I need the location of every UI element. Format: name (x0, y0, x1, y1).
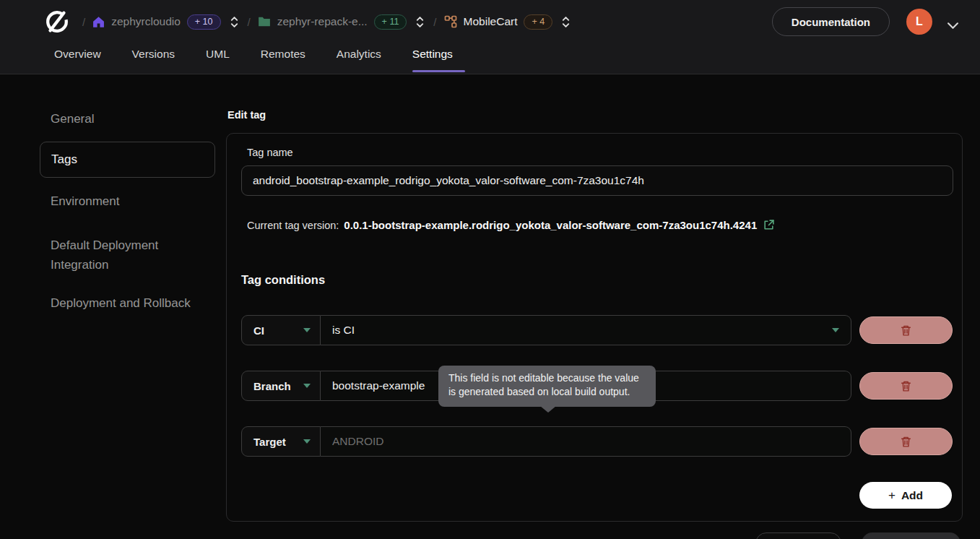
tab-uml[interactable]: UML (206, 48, 230, 72)
org-chart-icon (444, 15, 457, 28)
page-title: Edit tag (227, 109, 266, 121)
folder-icon (258, 16, 271, 27)
breadcrumb-label: MobileCart (464, 15, 518, 28)
breadcrumb-item-application[interactable]: MobileCart + 4 (444, 14, 553, 30)
breadcrumb-separator: / (82, 16, 85, 28)
header-top-row: / zephyrcloudio + 10 / zephyr-repack (0, 0, 980, 43)
current-version-value: 0.0.1-bootstrap-example.rodrigo_yokota_v… (344, 219, 757, 231)
condition-field-select[interactable]: Branch (241, 371, 321, 401)
expand-up-down-icon[interactable] (561, 16, 571, 28)
breadcrumb-label: zephyr-repack-e... (277, 15, 368, 28)
delete-condition-button[interactable] (859, 428, 953, 455)
tab-settings[interactable]: Settings (412, 48, 453, 72)
documentation-button[interactable]: Documentation (772, 7, 890, 36)
tooltip: This field is not editable because the v… (438, 366, 656, 407)
caret-down-icon (303, 384, 311, 388)
add-condition-button[interactable]: + Add (859, 482, 952, 509)
sidebar-item-environment[interactable]: Environment (51, 194, 119, 209)
footer-primary-button[interactable] (862, 532, 961, 539)
breadcrumb-separator: / (433, 16, 436, 28)
home-icon (92, 16, 105, 28)
sidebar-item-general[interactable]: General (51, 112, 94, 126)
condition-field-label: CI (253, 324, 264, 337)
sidebar-item-tags[interactable]: Tags (40, 142, 215, 178)
tab-overview[interactable]: Overview (54, 48, 101, 72)
caret-down-icon (303, 328, 311, 332)
edit-tag-card: Tag name Current tag version: 0.0.1-boot… (226, 133, 963, 522)
condition-row-ci: CI is CI (241, 315, 953, 345)
trash-icon (900, 380, 912, 392)
condition-value-select[interactable]: is CI (321, 315, 851, 345)
footer-secondary-button[interactable] (755, 532, 841, 539)
caret-down-icon (303, 439, 311, 444)
breadcrumb-item-organization[interactable]: zephyrcloudio + 10 (92, 14, 220, 30)
current-version-line: Current tag version: 0.0.1-bootstrap-exa… (247, 219, 775, 231)
tag-conditions-title: Tag conditions (241, 273, 325, 287)
count-badge: + 11 (374, 14, 407, 30)
tag-name-input[interactable] (241, 165, 953, 196)
current-version-label: Current tag version: (247, 220, 339, 231)
delete-condition-button[interactable] (859, 316, 953, 344)
count-badge: + 10 (187, 14, 221, 30)
breadcrumb-separator: / (248, 16, 251, 28)
avatar[interactable]: L (906, 9, 932, 35)
expand-up-down-icon[interactable] (415, 16, 425, 28)
condition-field-label: Target (253, 436, 286, 448)
condition-field-label: Branch (253, 380, 291, 392)
sidebar-item-deployment-and-rollback[interactable]: Deployment and Rollback (51, 296, 191, 311)
tab-remotes[interactable]: Remotes (261, 48, 305, 72)
condition-row-target: Target (241, 426, 953, 457)
condition-field-select[interactable]: Target (241, 426, 321, 457)
tab-bar: Overview Versions UML Remotes Analytics … (54, 48, 453, 72)
delete-condition-button[interactable] (859, 372, 953, 400)
breadcrumb-label: zephyrcloudio (111, 15, 181, 28)
plus-icon: + (888, 488, 896, 503)
add-button-label: Add (901, 489, 923, 502)
condition-value-field (321, 426, 851, 457)
caret-down-icon (832, 328, 839, 332)
trash-icon (900, 436, 912, 448)
zephyr-logo[interactable] (43, 8, 71, 35)
expand-up-down-icon[interactable] (230, 16, 239, 28)
tab-analytics[interactable]: Analytics (337, 48, 381, 72)
tab-versions[interactable]: Versions (132, 48, 175, 72)
breadcrumb-item-project[interactable]: zephyr-repack-e... + 11 (258, 14, 407, 30)
external-link-icon[interactable] (763, 219, 775, 231)
sidebar-item-default-deployment-integration[interactable]: Default Deployment Integration (51, 236, 195, 275)
condition-field-select[interactable]: CI (241, 315, 321, 345)
target-value-input[interactable] (332, 435, 839, 448)
breadcrumb: / zephyrcloudio + 10 / zephyr-repack (82, 14, 572, 30)
tag-name-label: Tag name (247, 147, 293, 158)
trash-icon (900, 324, 912, 337)
top-header: / zephyrcloudio + 10 / zephyr-repack (0, 0, 980, 74)
condition-value-label: is CI (332, 324, 355, 337)
chevron-down-icon[interactable] (948, 19, 958, 32)
count-badge: + 4 (524, 14, 552, 30)
